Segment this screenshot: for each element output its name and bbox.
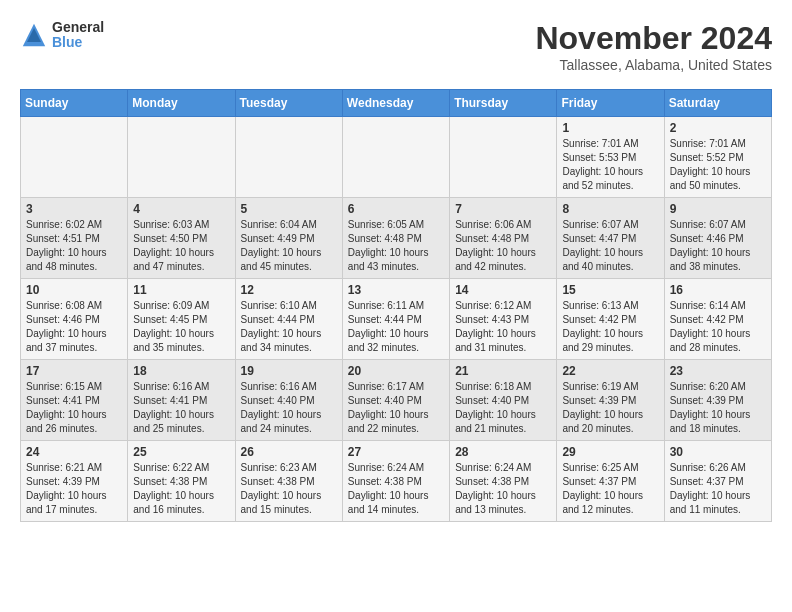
day-number: 8 — [562, 202, 658, 216]
calendar-cell: 20Sunrise: 6:17 AMSunset: 4:40 PMDayligh… — [342, 360, 449, 441]
day-info: Sunrise: 7:01 AMSunset: 5:53 PMDaylight:… — [562, 137, 658, 193]
location: Tallassee, Alabama, United States — [535, 57, 772, 73]
day-info: Sunrise: 6:04 AMSunset: 4:49 PMDaylight:… — [241, 218, 337, 274]
day-number: 24 — [26, 445, 122, 459]
calendar-week-1: 1Sunrise: 7:01 AMSunset: 5:53 PMDaylight… — [21, 117, 772, 198]
logo-icon — [20, 21, 48, 49]
calendar-cell — [342, 117, 449, 198]
calendar-week-3: 10Sunrise: 6:08 AMSunset: 4:46 PMDayligh… — [21, 279, 772, 360]
calendar-cell — [235, 117, 342, 198]
calendar-cell: 16Sunrise: 6:14 AMSunset: 4:42 PMDayligh… — [664, 279, 771, 360]
weekday-header-wednesday: Wednesday — [342, 90, 449, 117]
weekday-header-saturday: Saturday — [664, 90, 771, 117]
calendar-cell: 9Sunrise: 6:07 AMSunset: 4:46 PMDaylight… — [664, 198, 771, 279]
calendar-body: 1Sunrise: 7:01 AMSunset: 5:53 PMDaylight… — [21, 117, 772, 522]
day-number: 21 — [455, 364, 551, 378]
day-number: 7 — [455, 202, 551, 216]
day-number: 2 — [670, 121, 766, 135]
calendar-cell: 4Sunrise: 6:03 AMSunset: 4:50 PMDaylight… — [128, 198, 235, 279]
day-info: Sunrise: 6:14 AMSunset: 4:42 PMDaylight:… — [670, 299, 766, 355]
calendar-cell: 19Sunrise: 6:16 AMSunset: 4:40 PMDayligh… — [235, 360, 342, 441]
weekday-header-friday: Friday — [557, 90, 664, 117]
day-info: Sunrise: 6:24 AMSunset: 4:38 PMDaylight:… — [348, 461, 444, 517]
calendar-cell: 2Sunrise: 7:01 AMSunset: 5:52 PMDaylight… — [664, 117, 771, 198]
day-number: 18 — [133, 364, 229, 378]
day-info: Sunrise: 6:17 AMSunset: 4:40 PMDaylight:… — [348, 380, 444, 436]
weekday-header-monday: Monday — [128, 90, 235, 117]
calendar-cell: 3Sunrise: 6:02 AMSunset: 4:51 PMDaylight… — [21, 198, 128, 279]
day-number: 1 — [562, 121, 658, 135]
day-info: Sunrise: 6:10 AMSunset: 4:44 PMDaylight:… — [241, 299, 337, 355]
calendar-cell: 12Sunrise: 6:10 AMSunset: 4:44 PMDayligh… — [235, 279, 342, 360]
calendar-cell: 1Sunrise: 7:01 AMSunset: 5:53 PMDaylight… — [557, 117, 664, 198]
weekday-header-sunday: Sunday — [21, 90, 128, 117]
day-number: 3 — [26, 202, 122, 216]
day-info: Sunrise: 6:02 AMSunset: 4:51 PMDaylight:… — [26, 218, 122, 274]
day-info: Sunrise: 6:19 AMSunset: 4:39 PMDaylight:… — [562, 380, 658, 436]
day-info: Sunrise: 6:03 AMSunset: 4:50 PMDaylight:… — [133, 218, 229, 274]
day-number: 10 — [26, 283, 122, 297]
day-number: 27 — [348, 445, 444, 459]
day-number: 13 — [348, 283, 444, 297]
calendar-table: SundayMondayTuesdayWednesdayThursdayFrid… — [20, 89, 772, 522]
calendar-cell: 21Sunrise: 6:18 AMSunset: 4:40 PMDayligh… — [450, 360, 557, 441]
day-info: Sunrise: 7:01 AMSunset: 5:52 PMDaylight:… — [670, 137, 766, 193]
calendar-cell: 6Sunrise: 6:05 AMSunset: 4:48 PMDaylight… — [342, 198, 449, 279]
day-number: 5 — [241, 202, 337, 216]
calendar-cell — [21, 117, 128, 198]
day-number: 28 — [455, 445, 551, 459]
day-number: 17 — [26, 364, 122, 378]
day-number: 15 — [562, 283, 658, 297]
day-number: 29 — [562, 445, 658, 459]
day-info: Sunrise: 6:23 AMSunset: 4:38 PMDaylight:… — [241, 461, 337, 517]
weekday-row: SundayMondayTuesdayWednesdayThursdayFrid… — [21, 90, 772, 117]
day-number: 26 — [241, 445, 337, 459]
weekday-header-thursday: Thursday — [450, 90, 557, 117]
calendar-cell: 29Sunrise: 6:25 AMSunset: 4:37 PMDayligh… — [557, 441, 664, 522]
day-number: 22 — [562, 364, 658, 378]
day-info: Sunrise: 6:07 AMSunset: 4:47 PMDaylight:… — [562, 218, 658, 274]
calendar-cell — [128, 117, 235, 198]
day-info: Sunrise: 6:18 AMSunset: 4:40 PMDaylight:… — [455, 380, 551, 436]
calendar-cell: 27Sunrise: 6:24 AMSunset: 4:38 PMDayligh… — [342, 441, 449, 522]
calendar-week-5: 24Sunrise: 6:21 AMSunset: 4:39 PMDayligh… — [21, 441, 772, 522]
day-number: 4 — [133, 202, 229, 216]
calendar-cell: 25Sunrise: 6:22 AMSunset: 4:38 PMDayligh… — [128, 441, 235, 522]
calendar-cell: 17Sunrise: 6:15 AMSunset: 4:41 PMDayligh… — [21, 360, 128, 441]
calendar-cell: 10Sunrise: 6:08 AMSunset: 4:46 PMDayligh… — [21, 279, 128, 360]
day-info: Sunrise: 6:07 AMSunset: 4:46 PMDaylight:… — [670, 218, 766, 274]
month-title: November 2024 — [535, 20, 772, 57]
day-info: Sunrise: 6:16 AMSunset: 4:41 PMDaylight:… — [133, 380, 229, 436]
day-info: Sunrise: 6:15 AMSunset: 4:41 PMDaylight:… — [26, 380, 122, 436]
logo-blue: Blue — [52, 35, 104, 50]
calendar-cell: 30Sunrise: 6:26 AMSunset: 4:37 PMDayligh… — [664, 441, 771, 522]
day-info: Sunrise: 6:13 AMSunset: 4:42 PMDaylight:… — [562, 299, 658, 355]
calendar-cell: 18Sunrise: 6:16 AMSunset: 4:41 PMDayligh… — [128, 360, 235, 441]
day-number: 20 — [348, 364, 444, 378]
calendar-cell: 26Sunrise: 6:23 AMSunset: 4:38 PMDayligh… — [235, 441, 342, 522]
day-number: 12 — [241, 283, 337, 297]
calendar-cell: 5Sunrise: 6:04 AMSunset: 4:49 PMDaylight… — [235, 198, 342, 279]
day-info: Sunrise: 6:08 AMSunset: 4:46 PMDaylight:… — [26, 299, 122, 355]
logo-general: General — [52, 20, 104, 35]
day-info: Sunrise: 6:22 AMSunset: 4:38 PMDaylight:… — [133, 461, 229, 517]
logo: General Blue — [20, 20, 104, 51]
day-info: Sunrise: 6:24 AMSunset: 4:38 PMDaylight:… — [455, 461, 551, 517]
calendar-cell: 24Sunrise: 6:21 AMSunset: 4:39 PMDayligh… — [21, 441, 128, 522]
day-number: 9 — [670, 202, 766, 216]
calendar-cell: 23Sunrise: 6:20 AMSunset: 4:39 PMDayligh… — [664, 360, 771, 441]
day-info: Sunrise: 6:25 AMSunset: 4:37 PMDaylight:… — [562, 461, 658, 517]
day-info: Sunrise: 6:06 AMSunset: 4:48 PMDaylight:… — [455, 218, 551, 274]
calendar-cell: 7Sunrise: 6:06 AMSunset: 4:48 PMDaylight… — [450, 198, 557, 279]
day-number: 30 — [670, 445, 766, 459]
calendar-week-2: 3Sunrise: 6:02 AMSunset: 4:51 PMDaylight… — [21, 198, 772, 279]
day-info: Sunrise: 6:16 AMSunset: 4:40 PMDaylight:… — [241, 380, 337, 436]
day-info: Sunrise: 6:11 AMSunset: 4:44 PMDaylight:… — [348, 299, 444, 355]
calendar-cell: 14Sunrise: 6:12 AMSunset: 4:43 PMDayligh… — [450, 279, 557, 360]
day-info: Sunrise: 6:09 AMSunset: 4:45 PMDaylight:… — [133, 299, 229, 355]
logo-text: General Blue — [52, 20, 104, 51]
calendar-cell: 13Sunrise: 6:11 AMSunset: 4:44 PMDayligh… — [342, 279, 449, 360]
day-info: Sunrise: 6:20 AMSunset: 4:39 PMDaylight:… — [670, 380, 766, 436]
day-info: Sunrise: 6:05 AMSunset: 4:48 PMDaylight:… — [348, 218, 444, 274]
day-number: 14 — [455, 283, 551, 297]
